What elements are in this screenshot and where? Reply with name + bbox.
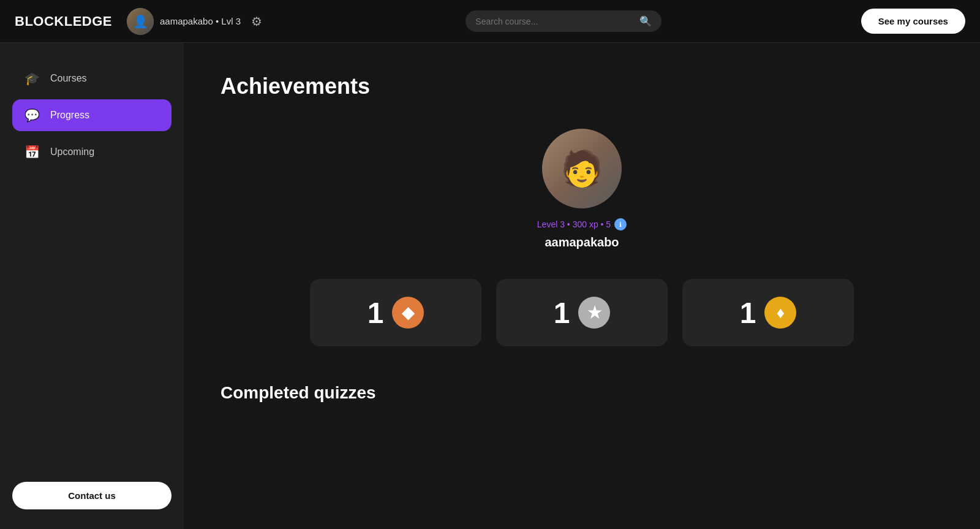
profile-avatar-image: 🧑 (542, 129, 622, 208)
settings-icon[interactable]: ⚙ (247, 12, 266, 31)
silver-badge-icon: ★ (578, 297, 610, 329)
search-input[interactable] (475, 17, 635, 26)
completed-quizzes-title: Completed quizzes (221, 383, 943, 403)
badge-card-silver: 1 ★ (496, 279, 668, 346)
top-navigation: BLOCKLEDGE 👤 aamapakabo • Lvl 3 ⚙ 🔍 See … (0, 0, 980, 43)
sidebar: 🎓 Courses 💬 Progress 📅 Upcoming Contact … (0, 43, 184, 529)
avatar: 👤 (127, 8, 154, 35)
sidebar-label-upcoming: Upcoming (50, 147, 94, 158)
profile-stats-text: Level 3 • 300 xp • 5 (537, 219, 611, 229)
profile-badge-icon: ℹ (614, 218, 627, 230)
nav-username: aamapakabo • Lvl 3 (160, 16, 241, 26)
sidebar-item-courses[interactable]: 🎓 Courses (12, 63, 172, 94)
avatar-image: 👤 (127, 8, 154, 35)
profile-section: 🧑 Level 3 • 300 xp • 5 ℹ aamapakabo (221, 129, 943, 249)
sidebar-spacer (12, 173, 172, 467)
badge-cards-container: 1 ◆ 1 ★ 1 ♦ (221, 279, 943, 346)
badge-card-gold: 1 ♦ (682, 279, 854, 346)
courses-icon: 🎓 (23, 71, 40, 86)
see-my-courses-button[interactable]: See my courses (861, 9, 965, 34)
badge-gold-count: 1 (740, 296, 756, 330)
sidebar-item-progress[interactable]: 💬 Progress (12, 99, 172, 131)
badge-card-bronze: 1 ◆ (310, 279, 481, 346)
page-title: Achievements (221, 74, 943, 99)
search-icon: 🔍 (639, 15, 652, 27)
contact-us-button[interactable]: Contact us (12, 482, 172, 509)
main-layout: 🎓 Courses 💬 Progress 📅 Upcoming Contact … (0, 43, 980, 529)
profile-avatar: 🧑 (542, 129, 622, 208)
search-bar: 🔍 (466, 10, 662, 32)
profile-name: aamapakabo (545, 235, 619, 249)
main-content: Achievements 🧑 Level 3 • 300 xp • 5 ℹ aa… (184, 43, 980, 529)
sidebar-item-upcoming[interactable]: 📅 Upcoming (12, 136, 172, 168)
user-info: 👤 aamapakabo • Lvl 3 ⚙ (127, 8, 266, 35)
bronze-badge-icon: ◆ (392, 297, 424, 329)
profile-stats: Level 3 • 300 xp • 5 ℹ (537, 218, 627, 230)
sidebar-label-courses: Courses (50, 73, 87, 84)
sidebar-label-progress: Progress (50, 110, 89, 121)
badge-bronze-count: 1 (368, 296, 384, 330)
badge-silver-count: 1 (554, 296, 570, 330)
brand-logo: BLOCKLEDGE (15, 13, 112, 29)
upcoming-icon: 📅 (23, 145, 40, 159)
progress-icon: 💬 (23, 108, 40, 123)
gold-badge-icon: ♦ (764, 297, 796, 329)
